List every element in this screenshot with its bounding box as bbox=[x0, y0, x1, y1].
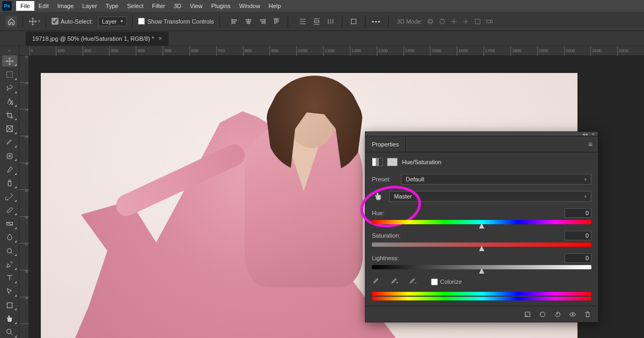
gradient-tool[interactable] bbox=[2, 218, 17, 229]
svg-rect-10 bbox=[274, 19, 276, 23]
reset-icon[interactable] bbox=[554, 311, 561, 318]
eraser-tool[interactable] bbox=[2, 204, 17, 216]
distribute-top-icon[interactable] bbox=[297, 16, 309, 27]
annotation-highlight bbox=[357, 181, 424, 232]
svg-rect-26 bbox=[487, 20, 491, 23]
align-top-icon[interactable] bbox=[270, 16, 282, 27]
frame-tool[interactable] bbox=[2, 123, 17, 134]
align-left-icon[interactable] bbox=[229, 16, 240, 27]
lightness-value-input[interactable] bbox=[565, 253, 591, 263]
roll-3d-icon[interactable] bbox=[438, 18, 446, 25]
align-to-selection-icon[interactable] bbox=[348, 16, 360, 27]
orbit-3d-icon[interactable] bbox=[427, 18, 434, 25]
svg-rect-1 bbox=[232, 19, 236, 21]
svg-point-32 bbox=[7, 248, 11, 253]
adjustment-icon[interactable] bbox=[372, 158, 383, 166]
clip-to-layer-icon[interactable] bbox=[524, 311, 531, 318]
saturation-slider[interactable] bbox=[372, 243, 591, 247]
menu-edit[interactable]: Edit bbox=[34, 1, 53, 11]
targeted-adjustment-tool-icon[interactable] bbox=[372, 190, 385, 203]
menu-3d[interactable]: 3D bbox=[170, 1, 186, 11]
menu-help[interactable]: Help bbox=[265, 1, 286, 11]
crop-tool[interactable] bbox=[2, 109, 17, 121]
pan-3d-icon[interactable] bbox=[450, 18, 458, 25]
hue-value-input[interactable] bbox=[565, 208, 591, 218]
menu-type[interactable]: Type bbox=[101, 1, 123, 11]
zoom-tool[interactable] bbox=[2, 327, 17, 338]
home-button[interactable] bbox=[5, 16, 17, 27]
svg-point-28 bbox=[11, 102, 13, 105]
auto-select-checkbox[interactable]: Auto-Select: bbox=[52, 18, 93, 25]
move-tool[interactable] bbox=[2, 55, 17, 67]
menu-filter[interactable]: Filter bbox=[148, 1, 169, 11]
view-previous-state-icon[interactable] bbox=[539, 311, 546, 318]
hue-slider[interactable] bbox=[372, 220, 591, 224]
marquee-tool[interactable] bbox=[2, 69, 17, 80]
svg-rect-15 bbox=[314, 20, 319, 23]
close-panel-icon[interactable]: × bbox=[592, 131, 595, 137]
history-brush-tool[interactable] bbox=[2, 191, 17, 202]
saturation-label: Saturation: bbox=[372, 232, 400, 239]
camera-3d-icon[interactable] bbox=[486, 18, 493, 25]
eyedropper-add-icon[interactable] bbox=[390, 277, 400, 286]
eyedropper-icon[interactable] bbox=[372, 277, 382, 286]
eyedropper-tool[interactable] bbox=[2, 137, 17, 148]
distribute-group bbox=[297, 16, 336, 27]
lasso-tool[interactable] bbox=[2, 83, 17, 94]
healing-tool[interactable] bbox=[2, 150, 17, 161]
colorize-checkbox[interactable]: Colorize bbox=[431, 278, 462, 285]
canvas-area: 0100200300400500600700800900100011001200… bbox=[19, 46, 644, 338]
colorize-label: Colorize bbox=[440, 278, 462, 285]
dodge-tool[interactable] bbox=[2, 245, 17, 256]
clone-tool[interactable] bbox=[2, 178, 17, 189]
show-transform-checkbox[interactable]: Show Transform Controls bbox=[138, 18, 214, 25]
svg-rect-8 bbox=[262, 21, 264, 23]
align-center-h-icon[interactable] bbox=[243, 16, 254, 27]
path-select-tool[interactable] bbox=[2, 286, 17, 297]
svg-rect-11 bbox=[276, 19, 278, 21]
blur-tool[interactable] bbox=[2, 232, 17, 243]
more-options-icon[interactable]: ••• bbox=[371, 16, 383, 27]
panel-menu-icon[interactable]: ≡ bbox=[583, 140, 598, 149]
pen-tool[interactable] bbox=[2, 259, 17, 270]
horizontal-ruler: 0100200300400500600700800900100011001200… bbox=[29, 46, 644, 56]
eyedropper-subtract-icon[interactable] bbox=[408, 277, 418, 286]
hue-label: Hue: bbox=[372, 210, 384, 216]
distribute-bottom-icon[interactable] bbox=[325, 16, 336, 27]
distribute-center-v-icon[interactable] bbox=[311, 16, 323, 27]
menu-image[interactable]: Image bbox=[53, 1, 78, 11]
quick-select-tool[interactable] bbox=[2, 96, 17, 107]
properties-tab[interactable]: Properties bbox=[365, 137, 406, 152]
slide-3d-icon[interactable] bbox=[462, 18, 470, 25]
adjustment-name: Hue/Saturation bbox=[402, 159, 441, 165]
shape-tool[interactable] bbox=[2, 299, 17, 311]
menu-layer[interactable]: Layer bbox=[78, 1, 101, 11]
menu-select[interactable]: Select bbox=[123, 1, 148, 11]
document-tab[interactable]: 19718.jpg @ 50% (Hue/Saturation 1, RGB/8… bbox=[26, 32, 169, 46]
menu-plugins[interactable]: Plugins bbox=[207, 1, 235, 11]
menu-window[interactable]: Window bbox=[235, 1, 265, 11]
lightness-slider[interactable] bbox=[372, 265, 591, 269]
show-transform-label: Show Transform Controls bbox=[147, 18, 214, 25]
collapse-panel-icon[interactable]: ◂◂ bbox=[582, 131, 588, 137]
tool-palette: » bbox=[0, 46, 19, 338]
type-tool[interactable] bbox=[2, 273, 17, 284]
channel-dropdown[interactable]: Master ▾ bbox=[389, 191, 591, 202]
toolbar-expand-icon[interactable]: » bbox=[0, 48, 19, 53]
align-group-1 bbox=[229, 16, 282, 27]
brush-tool[interactable] bbox=[2, 164, 17, 175]
close-tab-icon[interactable]: × bbox=[158, 35, 162, 42]
menu-file[interactable]: File bbox=[16, 1, 34, 11]
ruler-corner bbox=[19, 46, 29, 56]
mask-icon[interactable] bbox=[387, 158, 398, 166]
properties-panel: ◂◂ × Properties ≡ Hue/Saturation Preset:… bbox=[365, 131, 598, 322]
hand-tool[interactable] bbox=[2, 313, 17, 324]
align-right-icon[interactable] bbox=[257, 16, 268, 27]
visibility-icon[interactable] bbox=[569, 311, 576, 318]
trash-icon[interactable] bbox=[584, 311, 591, 318]
auto-select-target-dropdown[interactable]: Layer ▾ bbox=[98, 17, 127, 26]
preset-dropdown[interactable]: Default ▾ bbox=[401, 174, 591, 185]
scale-3d-icon[interactable] bbox=[474, 18, 481, 25]
menu-view[interactable]: View bbox=[186, 1, 207, 11]
saturation-value-input[interactable] bbox=[565, 231, 591, 240]
